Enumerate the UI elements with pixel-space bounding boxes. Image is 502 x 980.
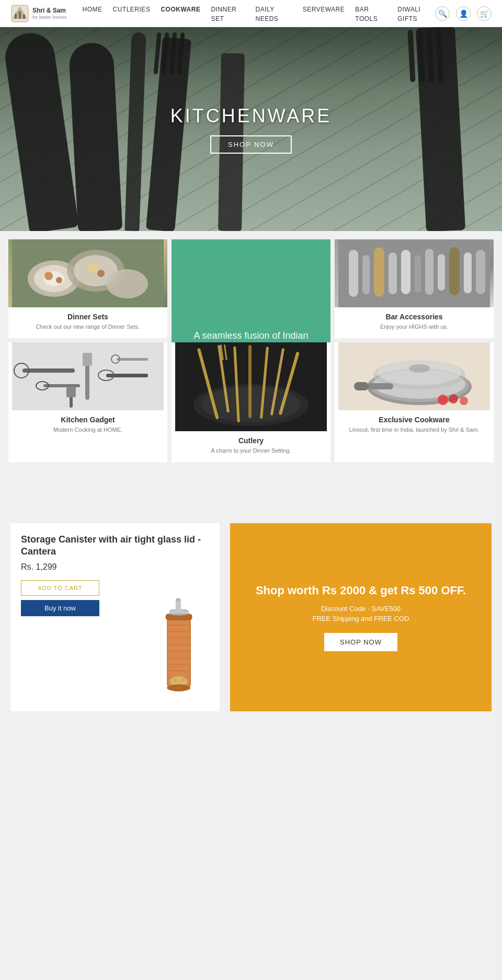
cutlery-title: Cutlery xyxy=(177,436,325,445)
svg-rect-74 xyxy=(168,670,190,671)
cutlery-card-body: Cutlery A charm to your Dinner Setting. xyxy=(172,431,330,462)
svg-rect-17 xyxy=(349,250,358,297)
svg-point-64 xyxy=(460,397,468,405)
hero-title: KITCHENWARE xyxy=(170,105,332,127)
nav-bar-tools[interactable]: BAR TOOLS xyxy=(355,6,378,22)
nav-icons: 🔍 👤 🛒 xyxy=(435,6,492,21)
svg-point-62 xyxy=(438,395,448,405)
svg-rect-27 xyxy=(476,250,485,294)
hero-shop-now-button[interactable]: SHOP NOW xyxy=(210,135,292,154)
product-title: Storage Canister with air tight glass li… xyxy=(21,534,209,558)
brand-tagline: for better homes xyxy=(32,15,67,20)
svg-point-85 xyxy=(172,681,175,684)
dinner-sets-card-body: Dinner Sets Check out our new range of D… xyxy=(8,307,167,338)
svg-point-11 xyxy=(106,269,148,298)
nav-links: HOME CUTLERIES COOKWARE DINNER SET DAILY… xyxy=(83,4,435,23)
svg-point-78 xyxy=(169,610,188,615)
svg-rect-47 xyxy=(248,345,252,418)
nav-serveware[interactable]: SERVEWARE xyxy=(303,6,345,13)
bar-accessories-title: Bar Accessories xyxy=(340,313,488,321)
cookware-card-body: Exclusive Cookware Linocut, first time i… xyxy=(335,410,494,441)
svg-rect-71 xyxy=(168,651,190,652)
bar-accessories-card-body: Bar Accessories Enjoy your HIGHS with us… xyxy=(335,307,494,338)
nav-cookware[interactable]: COOKWARE xyxy=(161,6,200,13)
svg-rect-22 xyxy=(415,255,421,293)
cookware-card[interactable]: Exclusive Cookware Linocut, first time i… xyxy=(335,342,494,462)
svg-rect-3 xyxy=(19,11,21,19)
svg-rect-18 xyxy=(362,255,370,294)
search-icon: 🔍 xyxy=(438,9,447,18)
kitchen-gadget-image xyxy=(8,342,167,410)
cutlery-image xyxy=(172,342,330,431)
cutlery-card[interactable]: Cutlery A charm to your Dinner Setting. xyxy=(172,342,330,462)
svg-rect-32 xyxy=(83,353,92,366)
svg-rect-25 xyxy=(449,247,460,295)
user-button[interactable]: 👤 xyxy=(456,6,471,21)
cutlery-desc: A charm to your Dinner Setting. xyxy=(177,447,325,455)
logo[interactable]: Shri & Sam for better homes xyxy=(10,4,67,23)
svg-point-59 xyxy=(409,364,430,373)
svg-rect-72 xyxy=(168,657,190,658)
cart-icon: 🛒 xyxy=(480,9,489,18)
kitchen-gadget-desc: Modern Cooking at HOME. xyxy=(14,426,162,434)
svg-point-80 xyxy=(176,598,181,602)
product-price: Rs. 1,299 xyxy=(21,562,209,572)
svg-rect-4 xyxy=(23,15,25,19)
svg-rect-23 xyxy=(425,249,433,295)
svg-rect-60 xyxy=(367,383,393,389)
spacer xyxy=(0,471,502,513)
svg-point-83 xyxy=(179,681,181,683)
svg-point-84 xyxy=(181,678,185,682)
product-card: Storage Canister with air tight glass li… xyxy=(10,523,220,711)
svg-rect-68 xyxy=(168,631,190,632)
cart-button[interactable]: 🛒 xyxy=(477,6,492,21)
promo-discount-code: Discount Code - SAVE500 xyxy=(321,605,401,613)
cookware-title: Exclusive Cookware xyxy=(340,416,488,424)
nav-home[interactable]: HOME xyxy=(83,6,102,13)
navbar: Shri & Sam for better homes HOME CUTLERI… xyxy=(0,0,502,27)
dinner-sets-title: Dinner Sets xyxy=(14,313,162,321)
svg-rect-33 xyxy=(106,374,148,377)
svg-rect-19 xyxy=(374,247,384,297)
promo-shop-now-button[interactable]: SHOP NOW xyxy=(324,633,397,651)
nav-daily-needs[interactable]: DAILY NEEDS xyxy=(256,6,279,22)
svg-rect-61 xyxy=(354,382,369,390)
buy-now-button[interactable]: Buy it now xyxy=(21,600,99,616)
bottom-section: Storage Canister with air tight glass li… xyxy=(0,513,502,722)
svg-rect-26 xyxy=(464,252,472,293)
hero-banner: KITCHENWARE SHOP NOW xyxy=(0,27,502,231)
nav-cutleries[interactable]: CUTLERIES xyxy=(113,6,151,13)
svg-rect-67 xyxy=(168,625,190,626)
cookware-image xyxy=(335,342,494,410)
bar-accessories-card[interactable]: Bar Accessories Enjoy your HIGHS with us… xyxy=(335,239,494,338)
search-button[interactable]: 🔍 xyxy=(435,6,450,21)
svg-point-86 xyxy=(167,684,190,691)
kitchen-gadget-card[interactable]: Kitchen Gadget Modern Cooking at HOME. xyxy=(8,342,167,462)
nav-dinner-set[interactable]: DINNER SET xyxy=(211,6,236,22)
bar-accessories-desc: Enjoy your HIGHS with us. xyxy=(340,323,488,331)
dinner-sets-desc: Check out our new range of Dinner Sets. xyxy=(14,323,162,331)
user-icon: 👤 xyxy=(459,9,468,18)
svg-rect-21 xyxy=(401,250,410,294)
promo-card: Shop worth Rs 2000 & get Rs 500 OFF. Dis… xyxy=(230,523,492,711)
svg-rect-24 xyxy=(438,254,445,291)
promo-shipping: FREE Shipping and FREE COD xyxy=(313,615,409,622)
svg-rect-37 xyxy=(117,358,148,361)
svg-rect-73 xyxy=(168,664,190,665)
cookware-desc: Linocut, first time in India, launched b… xyxy=(340,426,488,434)
svg-point-63 xyxy=(449,394,458,403)
svg-rect-70 xyxy=(168,644,190,645)
svg-point-15 xyxy=(97,270,105,277)
svg-point-12 xyxy=(44,272,53,280)
promo-title: Shop worth Rs 2000 & get Rs 500 OFF. xyxy=(256,583,466,598)
add-to-cart-button[interactable]: ADD TO CART xyxy=(21,580,99,596)
nav-diwali-gifts[interactable]: DIWALI GIFTS xyxy=(397,6,420,22)
hero-content: KITCHENWARE SHOP NOW xyxy=(170,105,332,154)
kitchen-gadget-title: Kitchen Gadget xyxy=(14,416,162,424)
svg-point-82 xyxy=(174,678,178,682)
svg-point-14 xyxy=(88,263,98,273)
dinner-sets-card[interactable]: Dinner Sets Check out our new range of D… xyxy=(8,239,167,338)
canister-svg xyxy=(146,596,209,701)
svg-rect-69 xyxy=(168,638,190,639)
product-image xyxy=(146,596,209,701)
